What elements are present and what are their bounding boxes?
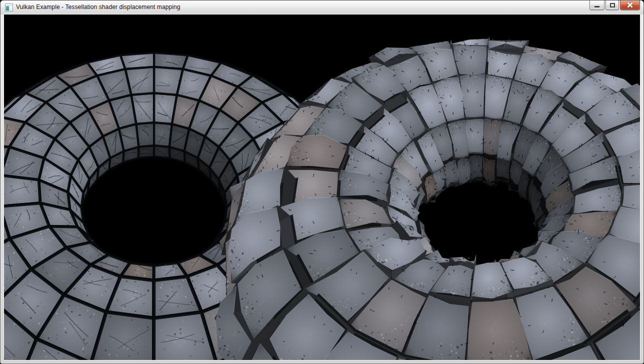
maximize-button[interactable] bbox=[606, 0, 619, 10]
app-icon-light-pane bbox=[9, 6, 12, 10]
minimize-icon bbox=[594, 6, 600, 8]
app-icon[interactable] bbox=[5, 4, 13, 12]
window-controls bbox=[590, 0, 640, 10]
maximize-icon bbox=[610, 3, 615, 8]
minimize-button[interactable] bbox=[590, 0, 604, 10]
close-button[interactable] bbox=[620, 0, 640, 10]
render-canvas[interactable] bbox=[4, 14, 640, 360]
window-title: Vulkan Example - Tessellation shader dis… bbox=[16, 4, 180, 10]
render-viewport bbox=[4, 14, 640, 360]
titlebar[interactable]: Vulkan Example - Tessellation shader dis… bbox=[0, 0, 644, 14]
app-window: Vulkan Example - Tessellation shader dis… bbox=[0, 0, 644, 364]
